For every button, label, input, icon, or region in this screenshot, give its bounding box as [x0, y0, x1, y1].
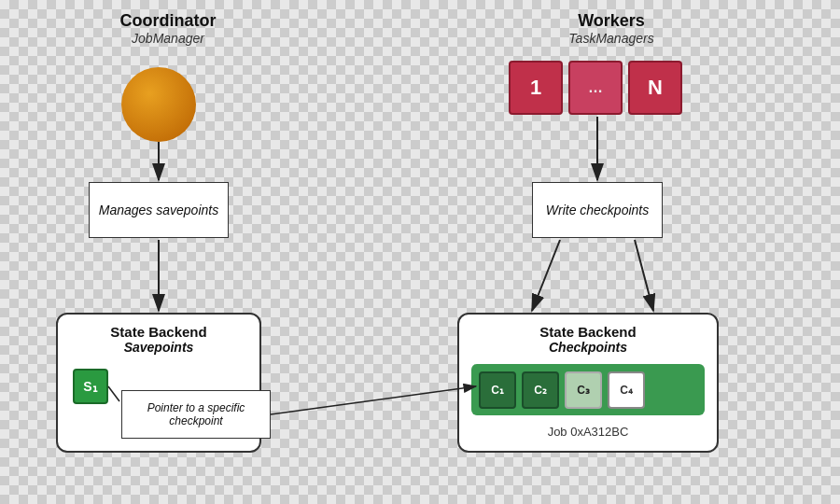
coordinator-title: Coordinator — [93, 11, 243, 31]
write-checkpoints-box: Write checkpoints — [532, 182, 663, 238]
checkpoint-c4: C₄ — [608, 371, 645, 409]
manages-savepoints-box: Manages savepoints — [89, 182, 229, 238]
task-manager-1: 1 — [509, 61, 563, 115]
coordinator-section: Coordinator JobManager — [93, 11, 243, 46]
svg-line-6 — [271, 386, 476, 414]
svg-line-5 — [635, 240, 653, 311]
job-label: Job 0xA312BC — [471, 425, 705, 439]
diagram-area: Coordinator JobManager Workers TaskManag… — [0, 0, 840, 504]
sb-checkpoints-subtitle: Checkpoints — [459, 340, 717, 355]
task-managers-group: 1 … N — [509, 61, 682, 115]
workers-subtitle: TaskManagers — [518, 31, 705, 46]
pointer-box: Pointer to a specific checkpoint — [121, 390, 271, 439]
workers-title: Workers — [518, 11, 705, 31]
workers-section: Workers TaskManagers — [518, 11, 705, 46]
job-manager-icon — [121, 67, 196, 142]
checkpoints-green-area: C₁ C₂ C₃ C₄ — [471, 364, 705, 415]
checkpoint-c1: C₁ — [479, 371, 516, 409]
task-manager-n: N — [628, 61, 682, 115]
task-manager-dots: … — [568, 61, 623, 115]
coordinator-subtitle: JobManager — [93, 31, 243, 46]
svg-line-4 — [532, 240, 560, 311]
sb-savepoints-subtitle: Savepoints — [58, 340, 259, 355]
checkpoint-c3: C₃ — [565, 371, 602, 409]
s1-box: S₁ — [73, 369, 108, 404]
checkpoint-c2: C₂ — [522, 371, 559, 409]
sb-checkpoints-title: State Backend — [459, 324, 717, 340]
sb-savepoints-title: State Backend — [58, 324, 259, 340]
